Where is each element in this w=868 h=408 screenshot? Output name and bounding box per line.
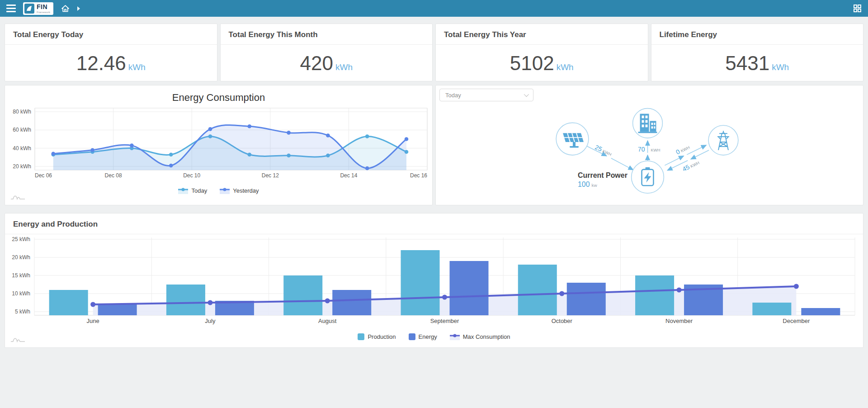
solar-panel-node[interactable] (556, 123, 589, 155)
data-point[interactable] (169, 152, 173, 157)
data-point[interactable] (677, 288, 682, 293)
legend-item[interactable]: Max Consumption (450, 333, 510, 340)
sparkline-icon[interactable] (10, 336, 26, 345)
x-tick-label: August (318, 318, 337, 324)
battery-node[interactable] (632, 161, 664, 193)
legend-item[interactable]: Today (178, 187, 207, 194)
data-point[interactable] (90, 148, 94, 152)
stat-title: Total Energy This Month (221, 24, 433, 45)
bar[interactable] (49, 290, 88, 315)
legend-item[interactable]: Yesterday (220, 187, 259, 194)
data-point[interactable] (247, 124, 251, 128)
x-tick-label: Dec 12 (262, 172, 279, 179)
x-tick-label: September (430, 318, 459, 324)
data-point[interactable] (90, 302, 95, 307)
flow-label-grid-battery: 45KWH (681, 158, 700, 173)
stat-number: 5431 (725, 52, 769, 74)
breadcrumb-arrow-icon[interactable] (77, 6, 80, 11)
power-flow-diagram: 25KWH 70 KWH 0KWH 45KWH Current Power 10… (436, 85, 863, 205)
building-node[interactable] (633, 109, 663, 138)
top-navbar: FIN Framework (0, 0, 868, 17)
data-point[interactable] (208, 127, 212, 131)
legend-item[interactable]: Energy (409, 333, 437, 340)
stat-card-total-energy-this-month: Total Energy This Month 420kWh (220, 24, 433, 81)
legend-label: Production (368, 333, 396, 340)
sparkline-icon[interactable] (10, 193, 26, 202)
data-point[interactable] (325, 299, 330, 304)
data-point[interactable] (405, 137, 409, 141)
bar[interactable] (635, 275, 674, 315)
data-point[interactable] (365, 134, 369, 138)
stat-number: 420 (300, 52, 333, 74)
y-tick-label: 15 kWh (12, 272, 30, 279)
legend-label: Energy (419, 333, 437, 340)
y-tick-label: 20 kWh (13, 163, 31, 170)
x-tick-label: Dec 14 (340, 172, 357, 179)
fin-logo-icon (24, 4, 34, 14)
y-tick-label: 10 kWh (12, 290, 30, 297)
stat-unit: kWh (557, 62, 574, 72)
legend-label: Max Consumption (463, 333, 510, 340)
transmission-tower-node[interactable] (708, 125, 738, 155)
power-flow-panel: Today (435, 85, 863, 205)
stat-number: 12.46 (76, 52, 126, 74)
stat-card-total-energy-today: Total Energy Today 12.46kWh (5, 24, 217, 81)
bar[interactable] (166, 285, 205, 315)
data-point[interactable] (287, 131, 291, 135)
fin-logo-text: FIN Framework (37, 3, 50, 14)
x-tick-label: Dec 06 (35, 172, 52, 179)
current-power-label: Current Power (578, 171, 627, 179)
stat-title: Lifetime Energy (651, 24, 863, 45)
data-point[interactable] (208, 300, 212, 305)
data-point[interactable] (559, 291, 564, 296)
chevron-down-icon (524, 92, 529, 97)
bar[interactable] (283, 275, 322, 315)
x-tick-label: October (552, 318, 573, 324)
x-tick-label: Dec 08 (105, 172, 122, 179)
x-tick-label: June (87, 318, 99, 324)
bar[interactable] (567, 283, 606, 315)
flow-label-solar-battery: 25KWH (594, 143, 613, 157)
fin-framework-logo[interactable]: FIN Framework (23, 2, 53, 15)
energy-consumption-chart: Dec 06Dec 08Dec 10Dec 12Dec 14Dec 1680 k… (5, 105, 433, 183)
menu-icon[interactable] (6, 5, 16, 12)
data-point[interactable] (794, 284, 799, 289)
legend-label: Today (191, 187, 207, 194)
stat-number: 5102 (510, 52, 554, 74)
y-tick-label: 20 kWh (12, 254, 30, 261)
bar[interactable] (98, 304, 137, 315)
logo-title: FIN (37, 3, 47, 10)
flow-label-battery-building: 70 (638, 146, 645, 153)
chart-title: Energy Consumption (5, 85, 432, 104)
legend-swatch (178, 187, 188, 194)
data-point[interactable] (130, 143, 134, 147)
current-power-value: 100kw (578, 180, 598, 188)
y-tick-label: 5 kWh (15, 308, 30, 315)
legend-item[interactable]: Production (358, 333, 396, 340)
x-tick-label: July (205, 318, 216, 324)
legend-swatch (220, 187, 230, 194)
bar[interactable] (518, 265, 557, 315)
data-point[interactable] (442, 295, 447, 300)
period-dropdown[interactable]: Today (439, 89, 533, 101)
logo-subtitle: Framework (37, 11, 50, 14)
bar[interactable] (752, 303, 791, 315)
data-point[interactable] (169, 164, 173, 168)
legend-swatch (450, 333, 460, 340)
home-icon[interactable] (61, 4, 70, 13)
bar[interactable] (332, 290, 371, 315)
y-tick-label: 60 kWh (13, 127, 31, 133)
bar[interactable] (401, 250, 440, 315)
consumption-legend: TodayYesterday (5, 187, 432, 194)
stat-value: 5431kWh (651, 52, 863, 75)
data-point[interactable] (51, 152, 55, 156)
energy-production-panel: Energy and Production 25 kWh20 kWh15 kWh… (5, 213, 863, 348)
stat-unit: kWh (335, 62, 353, 72)
data-point[interactable] (365, 166, 369, 171)
energy-production-chart: 25 kWh20 kWh15 kWh10 kWh5 kWhJuneJulyAug… (5, 235, 863, 326)
data-point[interactable] (326, 133, 330, 138)
stat-value: 5102kWh (436, 52, 648, 75)
bar[interactable] (801, 308, 840, 315)
apps-grid-icon[interactable] (853, 4, 862, 13)
bar[interactable] (450, 261, 489, 315)
